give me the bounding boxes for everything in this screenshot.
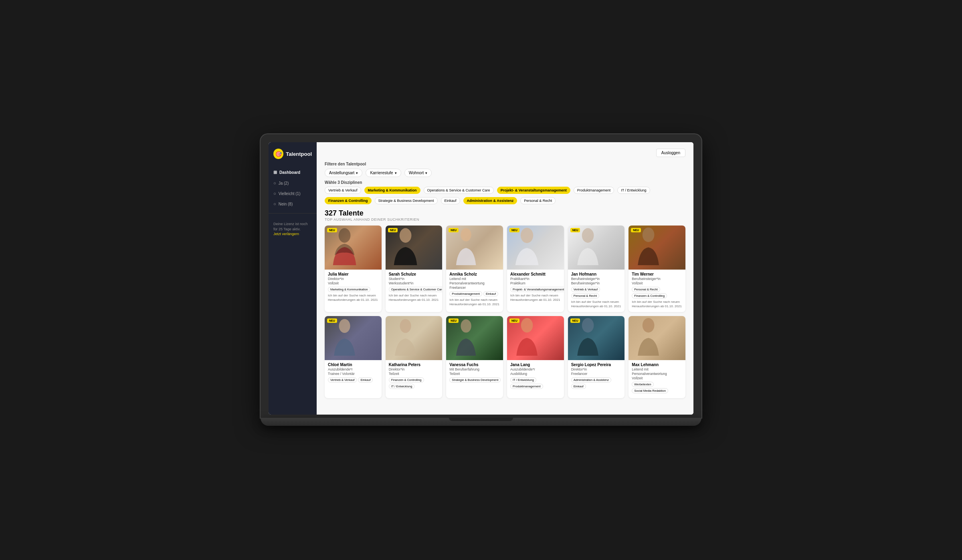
talent-grid-row1: NEU Julia Maier Direktor*in Vol [325, 226, 685, 312]
svg-point-10 [582, 318, 594, 332]
card-photo-12 [629, 316, 685, 360]
card-body-2: Sarah Schulze Student*in Werksstudent*in… [386, 270, 443, 306]
card-role: Student*in [389, 277, 439, 281]
screen-bezel: 🎯 Talentpool ⊞ Dashboard ○ Ja (2) ○ Viel… [261, 134, 701, 418]
tag: Administration & Assistenz [571, 377, 611, 383]
card-tags: Vertrieb & Verkauf Einkauf [328, 377, 378, 383]
logo: 🎯 Talentpool [269, 149, 317, 167]
talent-card-chloe-martin[interactable]: NEU Chloé Martin Auszubildende*r Trainee… [325, 316, 382, 398]
discipline-administration[interactable]: Administration & Assistenz [463, 197, 517, 204]
ja-icon: ○ [273, 181, 276, 185]
tag: IT / Entwicklung [389, 384, 415, 389]
screen: 🎯 Talentpool ⊞ Dashboard ○ Ja (2) ○ Viel… [269, 142, 693, 415]
neu-badge: NEU [327, 318, 337, 323]
card-employment: Werksstudent*in [389, 281, 439, 285]
discipline-it[interactable]: IT / Entwicklung [617, 187, 650, 194]
talent-card-tim-werner[interactable]: NEU Tim Werner Berufseinsteiger*in Vollz… [629, 226, 685, 312]
card-role: Mit Berufserfahrung [449, 367, 500, 372]
tag: Finanzen & Controlling [389, 377, 424, 383]
logo-icon: 🎯 [273, 149, 283, 159]
card-name: Annika Scholz [449, 272, 500, 276]
discipline-label: Wähle 3 Disziplinen [325, 180, 685, 185]
wohnort-dropdown[interactable]: Wohnort [404, 169, 432, 177]
card-employment: Ausbildung [510, 372, 561, 376]
disciplines-row-1: Vertrieb & Verkauf Marketing & Kommunika… [325, 187, 685, 194]
card-tags: Strategie & Business Development [449, 377, 500, 383]
card-name: Jan Hofmann [571, 272, 622, 276]
card-body-11: Sergio Lopez Pereira Direktor*in Freelan… [568, 360, 625, 394]
discipline-marketing[interactable]: Marketing & Kommunikation [364, 187, 420, 194]
tag: Marketing & Kommunikation [328, 287, 370, 292]
card-tags: IT / Entwicklung Produktmanagement [510, 377, 561, 389]
talent-card-katharina-peters[interactable]: Katharina Peters Direktor*in Teilzeit Fi… [386, 316, 443, 398]
tag: Operations & Service & Customer Care [389, 287, 443, 292]
card-desc: Ich bin auf der Suche nach neuen Herausf… [510, 294, 561, 302]
results-header: 327 Talente TOP AUSWAHL ANHAND DEINER SU… [325, 209, 685, 222]
talent-card-alexander-schmitt[interactable]: NEU Alexander Schmitt Praktikant*in Prak… [507, 226, 564, 312]
logout-button[interactable]: Ausloggen [656, 149, 685, 157]
tag: Produktmanagement [510, 384, 543, 389]
svg-point-6 [339, 319, 350, 333]
talent-card-jana-lang[interactable]: NEU Jana Lang Auszubildende*r Ausbildung [507, 316, 564, 398]
card-desc: Ich bin auf der Suche nach neuen Herausf… [328, 294, 378, 302]
sidebar-item-dashboard[interactable]: ⊞ Dashboard [269, 167, 317, 178]
card-name: Sergio Lopez Pereira [571, 363, 622, 367]
card-photo-2: NEU [386, 226, 443, 270]
tag: Einkauf [571, 384, 586, 389]
header-bar: Ausloggen [325, 149, 685, 157]
card-role: Leitend mit Personalverantwortung [632, 367, 682, 376]
card-role: Berufseinsteiger*in [571, 277, 622, 281]
laptop-base [261, 418, 701, 426]
discipline-strategie[interactable]: Strategie & Business Development [375, 197, 438, 204]
discipline-personal[interactable]: Personal & Recht [520, 197, 556, 204]
sidebar-item-vielleicht[interactable]: ○ Vielleicht (1) [269, 188, 317, 199]
sidebar-item-ja[interactable]: ○ Ja (2) [269, 178, 317, 188]
discipline-projekt[interactable]: Projekt- & Veranstaltungsmanagement [497, 187, 570, 194]
discipline-produkt[interactable]: Produktmanagement [574, 187, 614, 194]
talent-card-vanessa-fuchs[interactable]: NEU Vanessa Fuchs Mit Berufserfahrung Te… [446, 316, 503, 398]
app-layout: 🎯 Talentpool ⊞ Dashboard ○ Ja (2) ○ Viel… [269, 142, 693, 415]
card-body-4: Alexander Schmitt Praktikant*in Praktiku… [507, 270, 564, 306]
discipline-finanzen[interactable]: Finanzen & Controlling [325, 197, 372, 204]
talent-card-sarah-schulze[interactable]: NEU Sarah Schulze Student*in Werksstuden… [386, 226, 443, 312]
talent-card-jan-hofmann[interactable]: NEU Jan Hofmann Berufseinsteiger*in Beru… [568, 226, 625, 312]
card-employment: Berufseinsteiger*in [571, 281, 622, 285]
anstellungsart-dropdown[interactable]: Anstellungsart [325, 169, 362, 177]
card-tags: Personal & Recht Finanzen & Controlling [632, 287, 682, 298]
neu-badge: NEU [388, 228, 398, 232]
laptop-container: 🎯 Talentpool ⊞ Dashboard ○ Ja (2) ○ Viel… [261, 134, 701, 426]
card-role: Auszubildende*r [510, 367, 561, 372]
nein-icon: ○ [273, 201, 276, 206]
card-tags: Finanzen & Controlling IT / Entwicklung [389, 377, 439, 389]
talent-card-julia-maier[interactable]: NEU Julia Maier Direktor*in Vol [325, 226, 382, 312]
card-body-3: Annika Scholz Leitend mit Personalverant… [446, 270, 503, 310]
talent-card-sergio-lopez[interactable]: NEU Sergio Lopez Pereira Direktor*in Fre… [568, 316, 625, 398]
card-desc: Ich bin auf der Suche nach neuen Herausf… [571, 300, 622, 309]
card-employment: Teilzeit [389, 372, 439, 376]
card-name: Katharina Peters [389, 363, 439, 367]
card-name: Jana Lang [510, 363, 561, 367]
talent-card-max-lehmann[interactable]: Max Lehmann Leitend mit Personalverantwo… [629, 316, 685, 398]
neu-badge: NEU [570, 228, 580, 232]
sidebar-item-nein[interactable]: ○ Nein (8) [269, 199, 317, 209]
tag: Produktmanagement [449, 291, 482, 296]
discipline-einkauf[interactable]: Einkauf [441, 197, 460, 204]
karrierestufe-dropdown[interactable]: Karrierestufe [366, 169, 401, 177]
discipline-operations[interactable]: Operations & Service & Customer Care [424, 187, 494, 194]
svg-point-3 [521, 228, 533, 243]
tag: Projekt- & Veranstaltungsmanagement [510, 287, 564, 292]
card-employment: Praktikum [510, 281, 561, 285]
card-employment: Freelancer [449, 286, 500, 290]
filter-dropdowns-row: Anstellungsart Karrierestufe Wohnort [325, 169, 685, 177]
discipline-vertrieb[interactable]: Vertrieb & Verkauf [325, 187, 361, 194]
card-tags: Werbetexten Social Media Redaktion [632, 382, 682, 393]
sidebar-license: Deine Lizenz ist noch für 25 Tage aktiv.… [269, 218, 317, 241]
card-photo-6: NEU [629, 226, 685, 270]
card-role: Direktor*in [328, 277, 378, 281]
neu-badge: NEU [509, 318, 519, 323]
sidebar-item-label: Dashboard [279, 170, 300, 175]
app-title: Talentpool [286, 151, 312, 157]
talent-card-annika-scholz[interactable]: NEU Annika Scholz Leitend mit Personalve… [446, 226, 503, 312]
license-link[interactable]: Jetzt verlängern [273, 232, 299, 236]
card-body-12: Max Lehmann Leitend mit Personalverantwo… [629, 360, 685, 398]
